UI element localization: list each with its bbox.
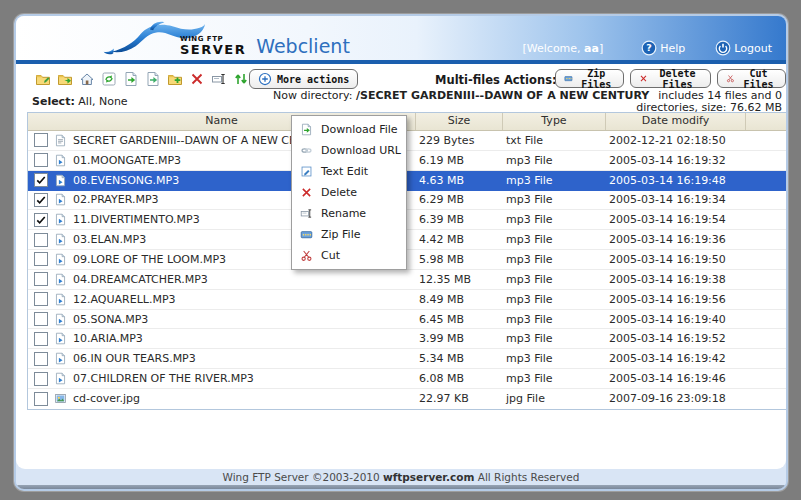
download-zip-icon[interactable] xyxy=(144,70,162,88)
download-file-icon[interactable] xyxy=(122,70,140,88)
table-header: NameSizeTypeDate modify xyxy=(28,113,786,131)
menu-item-delete[interactable]: Delete xyxy=(292,182,406,203)
table-row[interactable]: 09.LORE OF THE LOOM.MP35.98 MBmp3 File20… xyxy=(28,250,786,270)
dir-path: /SECRET GARDENIII--DAWN OF A NEW CENTURY xyxy=(356,89,649,102)
table-row[interactable]: 08.EVENSONG.MP34.63 MBmp3 File2005-03-14… xyxy=(28,171,786,191)
type-cell: mp3 File xyxy=(502,372,605,385)
move-file-icon[interactable] xyxy=(56,70,74,88)
row-checkbox[interactable] xyxy=(34,252,48,266)
menu-item-text-edit[interactable]: Text Edit xyxy=(292,161,406,182)
table-row[interactable]: 01.MOONGATE.MP36.19 MBmp3 File2005-03-14… xyxy=(28,151,786,171)
menu-item-label: Text Edit xyxy=(321,165,368,178)
type-cell: mp3 File xyxy=(502,313,605,326)
table-row[interactable]: 05.SONA.MP36.45 MBmp3 File2005-03-14 16:… xyxy=(28,310,786,330)
table-row[interactable]: 03.ELAN.MP34.42 MBmp3 File2005-03-14 16:… xyxy=(28,230,786,250)
plus-circle-icon xyxy=(258,72,272,86)
table-row[interactable]: 11.DIVERTIMENTO.MP36.39 MBmp3 File2005-0… xyxy=(28,210,786,230)
table-row[interactable]: SECRET GARDENIII--DAWN OF A NEW CENTURY.… xyxy=(28,131,786,151)
menu-item-label: Rename xyxy=(321,207,366,220)
menu-item-zip-file[interactable]: Zip File xyxy=(292,224,406,245)
row-checkbox[interactable] xyxy=(34,392,48,406)
menu-item-rename[interactable]: Rename xyxy=(292,203,406,224)
table-row[interactable]: 10.ARIA.MP33.99 MBmp3 File2005-03-14 16:… xyxy=(28,329,786,349)
name-cell: 12.AQUARELL.MP3 xyxy=(28,292,415,307)
delete-icon xyxy=(639,72,648,85)
help-button[interactable]: ?Help xyxy=(641,40,685,56)
table-row[interactable]: 02.PRAYER.MP36.29 MBmp3 File2005-03-14 1… xyxy=(28,191,786,211)
column-header-date[interactable]: Date modify xyxy=(605,113,745,130)
file-name: 03.ELAN.MP3 xyxy=(73,233,146,246)
table-row[interactable]: 12.AQUARELL.MP38.49 MBmp3 File2005-03-14… xyxy=(28,290,786,310)
transfer-icon[interactable] xyxy=(232,70,250,88)
logout-button[interactable]: Logout xyxy=(715,40,772,56)
row-checkbox[interactable] xyxy=(34,372,48,386)
row-checkbox[interactable] xyxy=(34,292,48,306)
welcome-text: [Welcome, aa] xyxy=(522,42,603,55)
size-cell: 6.29 MB xyxy=(415,193,502,206)
zip-files-button[interactable]: Zip Files xyxy=(555,69,624,88)
more-actions-button[interactable]: More actions xyxy=(249,69,358,89)
row-checkbox[interactable] xyxy=(34,332,48,346)
new-folder-icon[interactable] xyxy=(34,70,52,88)
select-all-none[interactable]: All, None xyxy=(78,95,127,108)
date-modify-cell: 2005-03-14 16:19:46 xyxy=(605,372,745,385)
mp3-file-icon xyxy=(54,371,67,386)
rename-icon xyxy=(300,207,313,220)
size-cell: 6.19 MB xyxy=(415,154,502,167)
mp3-file-icon xyxy=(54,192,67,207)
row-checkbox[interactable] xyxy=(34,213,48,227)
row-checkbox[interactable] xyxy=(34,153,48,167)
size-cell: 8.49 MB xyxy=(415,293,502,306)
current-directory: Now directory: /SECRET GARDENIII--DAWN O… xyxy=(270,90,782,113)
row-checkbox[interactable] xyxy=(34,272,48,286)
file-name: 10.ARIA.MP3 xyxy=(73,332,143,345)
delete-icon[interactable] xyxy=(188,70,206,88)
dir-label: Now directory: xyxy=(273,89,356,102)
cut-icon xyxy=(300,249,313,262)
date-modify-cell: 2005-03-14 16:19:32 xyxy=(605,154,745,167)
row-checkbox[interactable] xyxy=(34,352,48,366)
download-url-icon xyxy=(300,144,313,157)
size-cell: 4.42 MB xyxy=(415,233,502,246)
file-name: 04.DREAMCATCHER.MP3 xyxy=(73,273,208,286)
menu-item-download-file[interactable]: Download File xyxy=(292,119,406,140)
row-checkbox[interactable] xyxy=(34,173,48,187)
menu-item-cut[interactable]: Cut xyxy=(292,245,406,266)
table-row[interactable]: cd-cover.jpg22.97 KBjpg File2007-09-16 2… xyxy=(28,389,786,409)
file-name: 12.AQUARELL.MP3 xyxy=(73,293,176,306)
name-cell: 10.ARIA.MP3 xyxy=(28,331,415,346)
row-checkbox[interactable] xyxy=(34,193,48,207)
multi-files-buttons: Zip FilesDelete FilesCut Files xyxy=(555,69,786,88)
svg-text:?: ? xyxy=(646,42,652,53)
table-row[interactable]: 04.DREAMCATCHER.MP312.35 MBmp3 File2005-… xyxy=(28,270,786,290)
upload-icon[interactable] xyxy=(166,70,184,88)
name-cell: 04.DREAMCATCHER.MP3 xyxy=(28,272,415,287)
table-row[interactable]: 06.IN OUR TEARS.MP35.34 MBmp3 File2005-0… xyxy=(28,349,786,369)
table-row[interactable]: 07.CHILDREN OF THE RIVER.MP36.08 MBmp3 F… xyxy=(28,369,786,389)
footer-site-link[interactable]: wftpserver.com xyxy=(383,471,474,483)
home-icon[interactable] xyxy=(78,70,96,88)
rename-icon[interactable] xyxy=(210,70,228,88)
size-cell: 12.35 MB xyxy=(415,273,502,286)
column-header-type[interactable]: Type xyxy=(502,113,605,130)
date-modify-cell: 2007-09-16 23:09:18 xyxy=(605,392,745,405)
date-modify-cell: 2005-03-14 16:19:54 xyxy=(605,213,745,226)
zip-icon xyxy=(300,228,313,241)
mp3-file-icon xyxy=(54,153,67,168)
cut-files-button[interactable]: Cut Files xyxy=(717,69,786,88)
header: WING FTP SERVER Webclient [Welcome, aa] … xyxy=(16,16,786,60)
row-checkbox[interactable] xyxy=(34,312,48,326)
mp3-file-icon xyxy=(54,272,67,287)
button-label: Zip Files xyxy=(578,68,615,90)
row-checkbox[interactable] xyxy=(34,233,48,247)
date-modify-cell: 2005-03-14 16:19:52 xyxy=(605,332,745,345)
mp3-file-icon xyxy=(54,232,67,247)
file-name: 05.SONA.MP3 xyxy=(73,313,148,326)
refresh-icon[interactable] xyxy=(100,70,118,88)
menu-item-download-url[interactable]: Download URL xyxy=(292,140,406,161)
column-header-size[interactable]: Size xyxy=(415,113,502,130)
delete-files-button[interactable]: Delete Files xyxy=(630,69,711,88)
power-icon xyxy=(715,40,731,56)
cut-icon xyxy=(726,72,735,85)
row-checkbox[interactable] xyxy=(34,133,48,147)
